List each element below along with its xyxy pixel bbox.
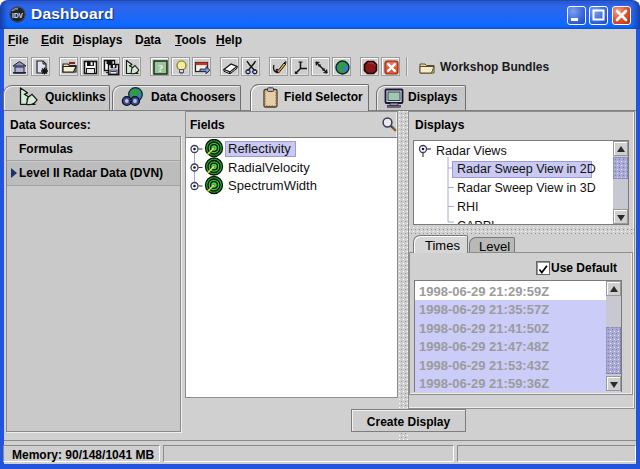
- svg-text:IDV: IDV: [12, 12, 24, 19]
- svg-text:?: ?: [158, 62, 164, 74]
